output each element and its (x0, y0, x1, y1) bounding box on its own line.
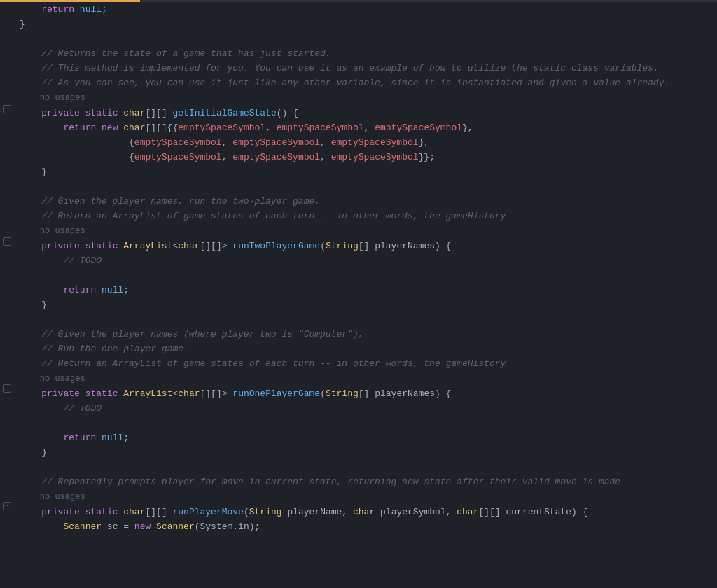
line-32 (20, 462, 25, 472)
line-13 (20, 181, 25, 192)
line-35: private static char[][] runPlayerMove(St… (20, 507, 588, 517)
line-27: private static ArrayList<char[][]> runOn… (20, 388, 451, 399)
line-31: } (20, 447, 47, 458)
line-26: no usages (20, 373, 85, 384)
code-pre: return null; } // Returns the state of a… (20, 2, 717, 534)
line-5: // This method is implemented for you. Y… (20, 63, 659, 74)
line-9: return new char[][]{{emptySpaceSymbol, e… (20, 122, 473, 133)
code-content: return null; } // Returns the state of a… (14, 2, 717, 588)
fold-gutter: − − − − (0, 2, 14, 588)
line-33: // Repeatedly prompts player for move in… (20, 477, 620, 487)
fold-icon-line17[interactable]: − (3, 237, 11, 246)
line-29 (20, 418, 25, 428)
line-15: // Return an ArrayList of game states of… (20, 211, 506, 221)
fold-icon-line35[interactable]: − (3, 502, 11, 510)
editor: − − − − return null; } // Returns the st… (0, 0, 717, 588)
line-21: } (20, 300, 47, 310)
line-12: } (20, 167, 47, 177)
line-1: return null; (20, 4, 107, 15)
line-10: {emptySpaceSymbol, emptySpaceSymbol, emp… (20, 137, 429, 148)
line-28: // TODO (20, 403, 102, 414)
code-area: − − − − return null; } // Returns the st… (0, 2, 717, 588)
line-36: Scanner sc = new Scanner(System.in); (20, 522, 260, 532)
line-23: // Given the player names (where player … (20, 329, 363, 340)
line-3 (20, 34, 25, 44)
fold-icon-line27[interactable]: − (3, 384, 11, 393)
line-11: {emptySpaceSymbol, emptySpaceSymbol, emp… (20, 152, 435, 162)
line-19 (20, 270, 25, 281)
fold-icon-line8[interactable]: − (3, 105, 11, 113)
line-24: // Run the one-player game. (20, 344, 189, 354)
line-20: return null; (20, 285, 129, 295)
line-7: no usages (20, 92, 85, 103)
line-30: return null; (20, 433, 129, 443)
line-18: // TODO (20, 255, 102, 266)
line-14: // Given the player names, run the two-p… (20, 196, 320, 206)
line-22 (20, 314, 25, 325)
line-25: // Return an ArrayList of game states of… (20, 358, 506, 369)
line-6: // As you can see, you can use it just l… (20, 78, 669, 88)
line-4: // Returns the state of a game that has … (20, 48, 331, 59)
line-34: no usages (20, 491, 85, 502)
line-16: no usages (20, 225, 85, 236)
line-8: private static char[][] getInitialGameSt… (20, 108, 298, 118)
line-17: private static ArrayList<char[][]> runTw… (20, 241, 451, 251)
line-2: } (20, 19, 25, 29)
